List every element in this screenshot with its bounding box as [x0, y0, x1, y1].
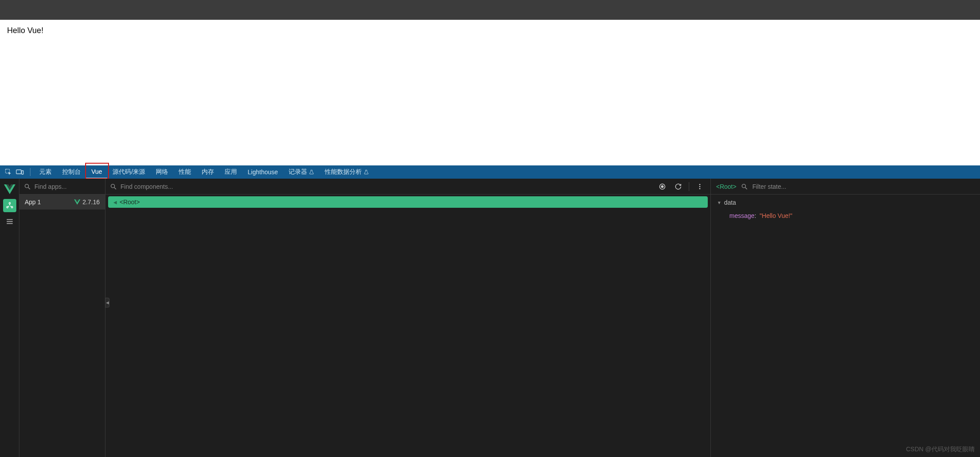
tab-label: 性能数据分析: [325, 168, 362, 176]
search-icon: [110, 183, 117, 190]
divider: [30, 168, 30, 176]
flask-icon: [309, 169, 314, 175]
component-node-label: <Root>: [120, 199, 140, 206]
tab-sources[interactable]: 源代码/来源: [107, 165, 150, 179]
tab-memory[interactable]: 内存: [196, 165, 219, 179]
refresh-components-button[interactable]: [672, 180, 684, 193]
svg-point-17: [699, 188, 701, 189]
inspect-element-icon[interactable]: [4, 167, 13, 177]
vue-devtools-panel: App 1 2.7.16 ◀ <Root>: [0, 179, 980, 457]
svg-rect-6: [7, 219, 13, 220]
tab-elements[interactable]: 元素: [34, 165, 57, 179]
state-kv-row[interactable]: message: "Hello Vue!": [717, 210, 974, 221]
vue-version-badge: 2.7.16: [74, 199, 100, 206]
components-toolbar: [105, 179, 710, 195]
panel-collapse-handle[interactable]: ◀: [105, 298, 109, 307]
vue-logo-icon: [3, 182, 17, 196]
colon: :: [755, 212, 756, 219]
state-body: ▼ data message: "Hello Vue!": [711, 195, 980, 226]
state-column: <Root> ▼ data message: "Hello Vue!": [711, 179, 980, 457]
state-section-data[interactable]: ▼ data: [717, 199, 974, 206]
tab-network[interactable]: 网络: [150, 165, 173, 179]
svg-rect-2: [22, 171, 23, 174]
tab-label: 元素: [39, 168, 52, 176]
page-viewport: Hello Vue!: [0, 20, 980, 165]
apps-column: App 1 2.7.16: [19, 179, 105, 457]
devtools-tab-bar: 元素 控制台 Vue 源代码/来源 网络 性能 内存 应用 Lighthouse…: [0, 165, 980, 179]
tab-label: Lighthouse: [248, 169, 278, 176]
svg-point-16: [699, 186, 701, 187]
app-list-item[interactable]: App 1 2.7.16: [19, 195, 105, 210]
tab-label: 应用: [225, 168, 237, 176]
search-icon: [741, 183, 748, 190]
svg-rect-8: [7, 223, 13, 224]
version-text: 2.7.16: [83, 199, 100, 206]
tab-label: 源代码/来源: [113, 168, 145, 176]
component-tree: ◀ <Root>: [105, 195, 710, 210]
device-toolbar-icon[interactable]: [15, 167, 25, 177]
timeline-tool-button[interactable]: [3, 215, 16, 228]
state-value: "Hello Vue!": [760, 212, 792, 219]
tab-label: Vue: [91, 168, 102, 175]
search-icon: [24, 183, 31, 190]
vue-small-icon: [74, 199, 80, 205]
svg-point-18: [742, 184, 746, 187]
svg-line-10: [28, 187, 30, 189]
browser-chrome-bar: [0, 0, 980, 20]
page-text: Hello Vue!: [7, 26, 43, 35]
tab-label: 网络: [156, 168, 168, 176]
tab-label: 内存: [202, 168, 214, 176]
svg-rect-7: [7, 221, 13, 222]
components-search-input[interactable]: [120, 183, 653, 190]
tab-lighthouse[interactable]: Lighthouse: [242, 165, 283, 179]
svg-point-3: [9, 202, 10, 204]
caret-icon: ◀: [113, 200, 117, 205]
state-component-label: <Root>: [716, 183, 736, 190]
components-column: ◀ <Root> ◀: [105, 179, 711, 457]
tab-insights[interactable]: 性能数据分析: [319, 165, 374, 179]
vue-side-rail: [0, 179, 19, 457]
state-toolbar: <Root>: [711, 179, 980, 195]
tab-label: 记录器: [289, 168, 307, 176]
svg-line-19: [745, 187, 747, 189]
state-key: message: [729, 212, 755, 219]
svg-point-11: [111, 184, 115, 187]
state-section-label: data: [724, 199, 736, 206]
tab-recorder[interactable]: 记录器: [283, 165, 319, 179]
apps-search-input[interactable]: [34, 183, 112, 190]
svg-line-12: [114, 187, 116, 189]
tab-label: 控制台: [62, 168, 81, 176]
flask-icon: [364, 169, 369, 175]
tab-label: 性能: [179, 168, 191, 176]
caret-down-icon: ▼: [717, 200, 721, 205]
svg-rect-1: [16, 170, 21, 174]
tab-application[interactable]: 应用: [219, 165, 242, 179]
svg-point-9: [25, 184, 29, 187]
state-filter-input[interactable]: [752, 183, 975, 190]
tab-vue[interactable]: Vue: [86, 165, 107, 179]
svg-point-15: [699, 184, 701, 185]
apps-toolbar: [19, 179, 105, 195]
component-node-root[interactable]: ◀ <Root>: [108, 196, 708, 208]
divider: [689, 182, 689, 191]
select-component-button[interactable]: [656, 180, 668, 193]
tab-console[interactable]: 控制台: [57, 165, 86, 179]
components-tool-button[interactable]: [3, 199, 16, 212]
tab-performance[interactable]: 性能: [173, 165, 196, 179]
svg-point-14: [661, 185, 664, 187]
more-options-button[interactable]: [694, 180, 706, 193]
app-name-label: App 1: [25, 199, 41, 206]
